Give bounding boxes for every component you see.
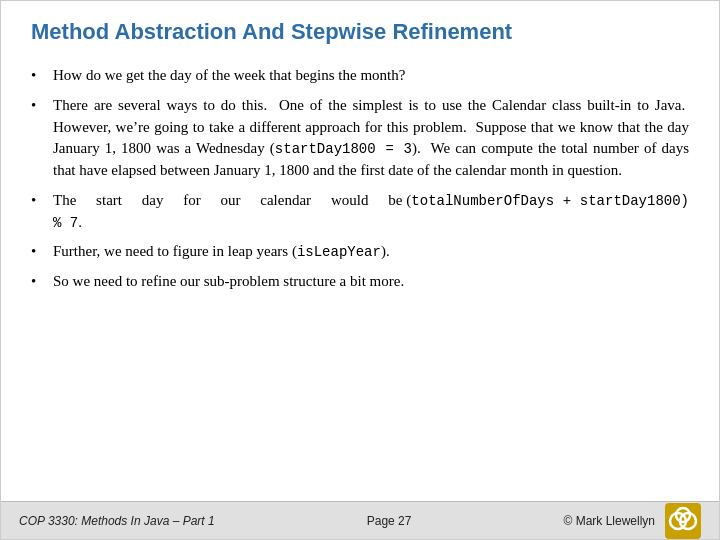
list-item: • How do we get the day of the week that… <box>31 65 689 87</box>
title-bar: Method Abstraction And Stepwise Refineme… <box>1 1 719 55</box>
footer-right-group: © Mark Llewellyn <box>563 503 701 539</box>
code-span: isLeapYear <box>297 244 381 260</box>
slide: Method Abstraction And Stepwise Refineme… <box>0 0 720 540</box>
list-item: • The start day for our calendar would b… <box>31 190 689 234</box>
bullet-text: There are several ways to do this. One o… <box>53 95 689 182</box>
bullet-icon: • <box>31 65 49 87</box>
list-item: • Further, we need to figure in leap yea… <box>31 241 689 263</box>
bullet-list: • How do we get the day of the week that… <box>31 65 689 293</box>
bullet-text: Further, we need to figure in leap years… <box>53 241 689 263</box>
bullet-icon: • <box>31 241 49 263</box>
code-span: startDay1800 = 3 <box>275 141 412 157</box>
bullet-text: So we need to refine our sub-problem str… <box>53 271 689 293</box>
footer-page: Page 27 <box>367 514 412 528</box>
bullet-icon: • <box>31 95 49 117</box>
bullet-icon: • <box>31 271 49 293</box>
slide-title: Method Abstraction And Stepwise Refineme… <box>31 19 512 44</box>
bullet-icon: • <box>31 190 49 212</box>
slide-footer: COP 3330: Methods In Java – Part 1 Page … <box>1 501 719 539</box>
list-item: • There are several ways to do this. One… <box>31 95 689 182</box>
bullet-text: The start day for our calendar would be … <box>53 190 689 234</box>
logo-icon <box>665 503 701 539</box>
footer-course: COP 3330: Methods In Java – Part 1 <box>19 514 215 528</box>
bullet-text: How do we get the day of the week that b… <box>53 65 689 87</box>
list-item: • So we need to refine our sub-problem s… <box>31 271 689 293</box>
slide-content: • How do we get the day of the week that… <box>1 55 719 501</box>
code-span: totalNumberOfDays + startDay1800) % 7 <box>53 193 689 231</box>
footer-copyright: © Mark Llewellyn <box>563 514 655 528</box>
